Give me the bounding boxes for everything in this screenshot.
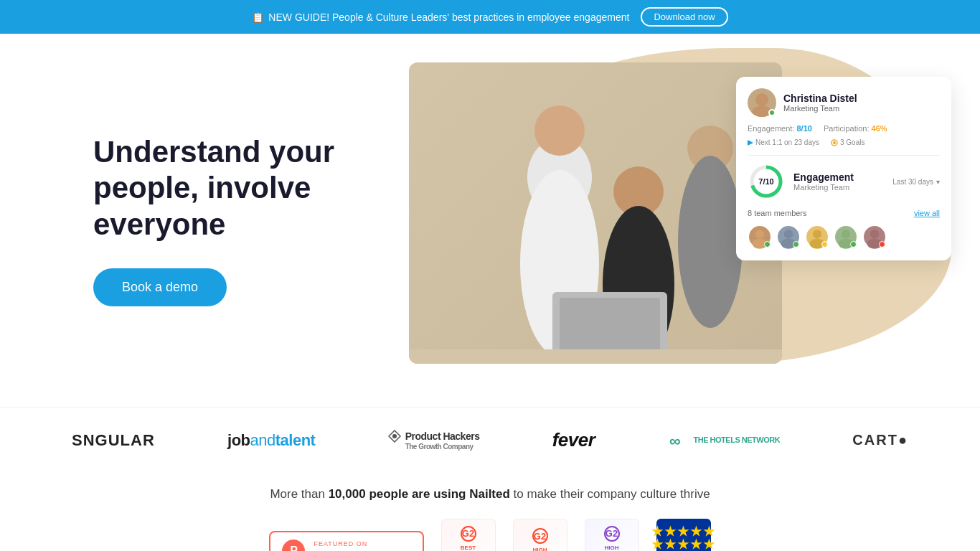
engagement-metric: Engagement: 8/10: [748, 124, 812, 133]
metrics-row: Engagement: 8/10 Participation: 46%: [748, 124, 940, 133]
user-row: Christina Distel Marketing Team: [748, 88, 940, 117]
goals: 3 Goals: [831, 138, 864, 146]
product-hunt-icon: P: [282, 540, 305, 551]
status-dot-5: [879, 241, 885, 248]
book-demo-button[interactable]: Book a demo: [93, 268, 227, 306]
svg-point-1: [534, 105, 585, 156]
svg-point-25: [870, 230, 879, 238]
svg-point-28: [392, 434, 397, 438]
g2-logo-1: G2: [461, 526, 476, 542]
hero-section: Understand your people, involve everyone…: [0, 34, 980, 407]
team-avatar-4: [834, 225, 858, 249]
svg-rect-9: [409, 349, 782, 364]
svg-point-17: [755, 230, 764, 238]
logos-section: SNGULAR jobandtalent Product Hackers The…: [0, 407, 980, 473]
download-now-button[interactable]: Download now: [641, 7, 727, 27]
g2-logo-3: G2: [604, 526, 620, 542]
svg-point-23: [842, 230, 850, 238]
producthackers-icon: [388, 430, 401, 443]
status-dot-2: [793, 241, 799, 248]
participation-metric: Participation: 46%: [824, 124, 887, 133]
product-hunt-text: FEATURED ON Product Hunt 342 ▲: [314, 540, 410, 552]
user-name: Christina Distel: [783, 93, 857, 104]
status-dot-3: [821, 241, 828, 248]
view-all-link[interactable]: view all: [914, 209, 940, 217]
g2-badge-high-performer: G2 High Performer FALL 2021: [513, 519, 567, 551]
status-dot-4: [850, 241, 857, 248]
svg-point-10: [755, 93, 768, 106]
avatars-row: [748, 225, 940, 249]
svg-text:∞: ∞: [669, 432, 680, 450]
logo-jobandtalent: jobandtalent: [227, 431, 315, 450]
ring-score: 7/10: [758, 177, 773, 186]
eu-stars: ★★★★★★★★★★★★: [651, 525, 716, 551]
online-indicator: [768, 109, 776, 116]
social-proof-section: More than 10,000 people are using Nailte…: [0, 473, 980, 551]
team-avatar-3: [805, 225, 829, 249]
dashboard-card: Christina Distel Marketing Team Engageme…: [736, 77, 951, 260]
hero-right: Christina Distel Marketing Team Engageme…: [395, 62, 908, 378]
team-count: 8 team members: [748, 209, 807, 217]
eu-badge: ★★★★★★★★★★★★ UNIÓN EUROPEA: [656, 519, 711, 551]
next-1on1: Next 1:1 on 23 days: [748, 138, 819, 146]
engagement-info: Engagement Marketing Team: [793, 171, 854, 192]
engagement-title: Engagement: [793, 171, 854, 183]
g2-badge-best-support: G2 Best Support Mid Market FALL 2021: [441, 519, 496, 551]
engagement-subtitle: Marketing Team: [793, 183, 854, 192]
svg-point-14: [833, 141, 836, 144]
g2-logo-2: G2: [532, 528, 548, 544]
svg-point-6: [678, 156, 743, 328]
meta-row: Next 1:1 on 23 days 3 Goals: [748, 138, 940, 146]
g2-badge-high-performer-eu: G2 High Performer Europe FALL 2021: [585, 519, 639, 551]
team-avatar-2: [776, 225, 801, 249]
badges-row: P FEATURED ON Product Hunt 342 ▲ G2 Best…: [72, 519, 908, 551]
logo-fever: fever: [552, 429, 595, 451]
logo-producthackers: Product Hackers The Growth Company: [388, 430, 480, 451]
engagement-section: 7/10 Engagement Marketing Team Last 30 d…: [748, 163, 940, 200]
user-avatar-wrap: [748, 88, 776, 117]
team-members-row: 8 team members view all: [748, 209, 940, 217]
top-banner: 📋 NEW GUIDE! People & Culture Leaders' b…: [0, 0, 980, 34]
banner-message: NEW GUIDE! People & Culture Leaders' bes…: [268, 11, 629, 23]
chevron-down-icon: ▾: [936, 178, 940, 186]
team-avatar-1: [748, 225, 772, 249]
banner-text: 📋 NEW GUIDE! People & Culture Leaders' b…: [252, 11, 629, 23]
last-days: Last 30 days ▾: [892, 178, 940, 186]
svg-point-21: [813, 230, 821, 238]
svg-marker-12: [748, 140, 753, 146]
svg-rect-8: [560, 298, 660, 355]
status-dot-1: [764, 241, 771, 248]
hero-photo: [409, 62, 782, 364]
logo-carto: CART●: [852, 432, 908, 448]
banner-icon: 📋: [252, 11, 264, 23]
logo-hotelsnetwork: ∞ THE HOTELS NETWORK: [668, 430, 781, 451]
product-hunt-badge: P FEATURED ON Product Hunt 342 ▲: [269, 531, 423, 551]
social-proof-text: More than 10,000 people are using Nailte…: [72, 487, 908, 501]
logo-sngular: SNGULAR: [72, 431, 155, 450]
user-info: Christina Distel Marketing Team: [783, 93, 857, 113]
hotelsnetwork-icon: ∞: [668, 430, 688, 451]
team-avatar-5: [862, 225, 887, 249]
ring-chart: 7/10: [748, 163, 785, 200]
hero-left: Understand your people, involve everyone…: [93, 134, 395, 306]
user-team: Marketing Team: [783, 104, 857, 113]
hero-title: Understand your people, involve everyone: [93, 134, 395, 242]
svg-point-19: [784, 230, 793, 238]
